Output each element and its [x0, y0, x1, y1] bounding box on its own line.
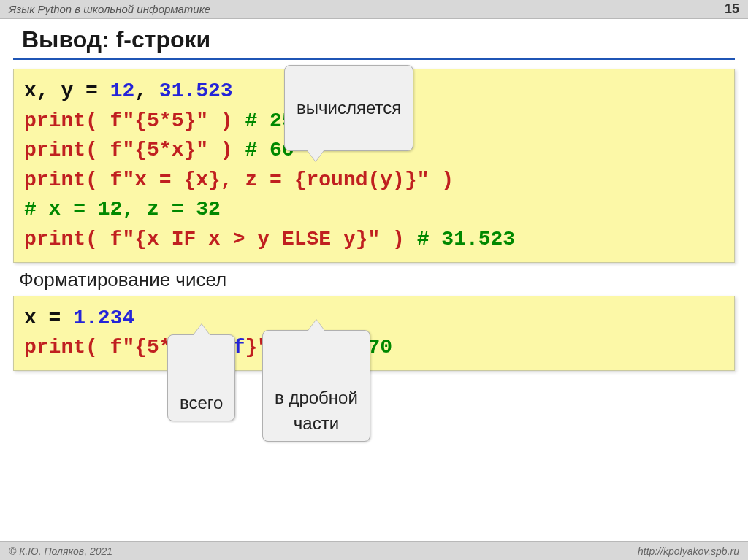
code-block-formatting: x = 1.234 print( f"{5*x:0.3f}") // 6.170… [13, 296, 735, 371]
code-line: # x = 12, z = 32 [24, 195, 724, 225]
callout-total-label: всего [180, 393, 223, 413]
callout-tail-up-icon [308, 320, 325, 331]
slide-title: Вывод: f-строки [0, 19, 748, 58]
callout-tail-up-icon [193, 324, 210, 336]
callout-computed-label: вычисляется [297, 98, 401, 118]
page-number: 15 [725, 1, 739, 17]
code-line: print( f"{x IF x > y ELSE y}" ) # 31.523 [24, 225, 724, 255]
callout-computed: вычисляется [284, 65, 413, 151]
code-line: x = 1.234 [24, 304, 724, 334]
callout-fractional-label: в дробной части [275, 388, 358, 433]
callout-total: всего [167, 334, 235, 421]
slide-header: Язык Python в школьной информатике 15 [0, 0, 748, 19]
code-line: print( f"{5*x:0.3f}") // 6.170 [24, 333, 724, 363]
callout-tail-down-icon [307, 150, 324, 161]
footer-copyright: © К.Ю. Поляков, 2021 [9, 545, 112, 557]
subheading-formatting: Форматирование чисел [19, 269, 729, 291]
callout-fractional: в дробной части [262, 330, 370, 442]
code-line: print( f"x = {x}, z = {round(y)}" ) [24, 166, 724, 196]
slide-footer: © К.Ю. Поляков, 2021 http://kpolyakov.sp… [0, 541, 748, 560]
title-rule [13, 58, 735, 60]
lecture-title: Язык Python в школьной информатике [9, 3, 210, 15]
code-block-fstrings: вычисляется x, y = 12, 31.523 print( f"{… [13, 69, 735, 263]
footer-url: http://kpolyakov.spb.ru [638, 545, 739, 557]
